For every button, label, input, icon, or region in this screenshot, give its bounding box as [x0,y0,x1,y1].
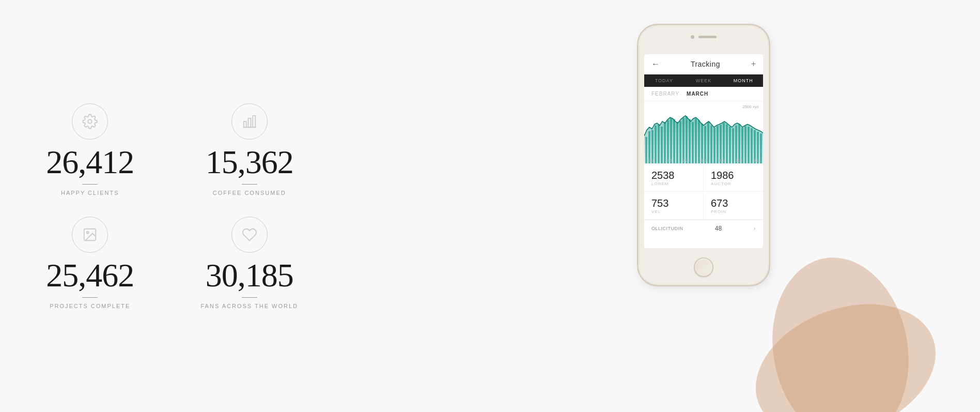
chart-x-label-2: 3/05 [665,159,672,162]
stats-section: 26,412 HAPPY CLIENTS 15,362 COFFEE CONSU… [41,103,298,309]
chart-area: 2500 xyz [644,101,763,163]
svg-rect-22 [692,122,694,163]
happy-clients-number: 26,412 [46,146,134,179]
app-stat-auctor: 1986 AUCTOR [704,164,763,192]
chart-x-label-4: 3/15 [700,159,707,162]
app-stat-lorem: 2538 LOREM [644,164,704,192]
svg-rect-1 [244,121,246,127]
svg-rect-13 [664,122,666,163]
svg-rect-19 [682,118,685,163]
stat-vel-label: VEL [651,209,696,214]
svg-rect-33 [726,124,728,163]
svg-rect-15 [670,118,672,163]
chart-x-label-3: 3/10 [682,159,690,162]
stat-divider-4 [242,297,257,298]
chart-top-label: 2500 xyz [742,104,759,109]
stat-divider-3 [82,297,98,298]
phone-speaker [698,36,717,38]
svg-rect-38 [741,128,743,163]
svg-rect-17 [676,122,678,163]
stat-auctor-label: AUCTOR [711,181,756,186]
coffee-consumed-number: 15,362 [206,146,293,179]
add-button[interactable]: + [751,59,756,69]
bottom-label: OLLICITUDIN [651,226,683,231]
svg-rect-28 [710,126,712,163]
tracking-chart [644,101,763,163]
heart-icon [242,227,257,242]
stat-lorem-label: LOREM [651,181,696,186]
chart-x-label-6: 3/25 [735,159,742,162]
svg-rect-40 [748,127,750,163]
svg-rect-10 [655,126,657,163]
svg-rect-21 [689,119,691,163]
month-march[interactable]: MARCH [687,91,708,97]
image-icon-circle [72,217,108,253]
phone-home-button[interactable] [694,257,713,277]
image-icon [82,227,98,242]
svg-rect-29 [713,128,715,163]
tab-week[interactable]: WEEK [684,74,724,87]
phone-screen: ← Tracking + TODAY WEEK MONTH FEBRARY MA… [644,54,763,248]
app-header: ← Tracking + [644,54,763,74]
svg-rect-23 [695,118,697,163]
app-stats-grid: 2538 LOREM 1986 AUCTOR 753 VEL 673 PROIN [644,163,763,220]
chart-x-label-1: 3/01 [647,159,655,162]
svg-rect-20 [686,116,688,163]
projects-complete-label: PROJECTS COMPLETE [50,303,130,309]
svg-rect-18 [679,121,681,163]
coffee-consumed-label: COFFEE CONSUMED [213,190,286,196]
chevron-right-icon: › [753,224,756,233]
month-selector: FEBRARY MARCH [644,87,763,101]
svg-rect-3 [253,115,255,127]
svg-rect-11 [658,124,660,163]
svg-rect-12 [661,127,663,163]
gear-icon-circle [72,103,108,140]
stat-projects-complete: 25,462 PROJECTS COMPLETE [41,217,139,309]
svg-rect-2 [248,118,251,127]
gear-icon [82,114,98,129]
svg-rect-37 [738,124,740,163]
svg-rect-30 [717,126,719,163]
stat-lorem-number: 2538 [651,169,696,181]
stat-coffee-consumed: 15,362 COFFEE CONSUMED [201,103,299,196]
svg-rect-41 [751,128,753,163]
svg-rect-14 [667,120,669,163]
svg-rect-27 [707,122,709,163]
stat-vel-number: 753 [651,197,696,209]
svg-rect-31 [720,125,722,163]
svg-rect-32 [723,123,725,163]
tab-today[interactable]: TODAY [644,74,684,87]
svg-rect-34 [729,127,731,163]
stat-happy-clients: 26,412 HAPPY CLIENTS [41,103,139,196]
stat-proin-number: 673 [711,197,756,209]
chart-x-labels: 3/01 3/05 3/10 3/15 3/20 3/25 3/31 [644,159,763,162]
svg-rect-36 [735,126,737,163]
phone-section: ← Tracking + TODAY WEEK MONTH FEBRARY MA… [577,0,939,412]
bar-chart-icon [242,114,257,129]
phone-frame: ← Tracking + TODAY WEEK MONTH FEBRARY MA… [639,26,768,284]
app-title: Tracking [691,60,720,68]
stat-divider-1 [82,184,98,185]
svg-point-6 [87,231,89,233]
phone-camera [691,35,694,39]
month-feb[interactable]: FEBRARY [651,91,679,97]
bottom-number: 48 [715,225,722,232]
fans-worldwide-label: FANS ACROSS THE WORLD [201,303,299,309]
svg-rect-16 [673,119,675,163]
svg-point-46 [758,247,923,412]
app-bottom-row[interactable]: OLLICITUDIN 48 › [644,220,763,237]
heart-icon-circle [231,217,268,253]
chart-icon-circle [231,103,268,140]
svg-rect-26 [704,126,706,163]
chart-x-label-5: 3/20 [718,159,725,162]
app-stat-vel: 753 VEL [644,192,704,220]
stat-proin-label: PROIN [711,209,756,214]
svg-rect-25 [701,124,703,163]
phone-top-bar [688,35,719,38]
svg-point-0 [88,119,92,124]
back-button[interactable]: ← [651,59,660,69]
stat-auctor-number: 1986 [711,169,756,181]
app-stat-proin: 673 PROIN [704,192,763,220]
tab-bar: TODAY WEEK MONTH [644,74,763,87]
tab-month[interactable]: MONTH [723,74,763,87]
